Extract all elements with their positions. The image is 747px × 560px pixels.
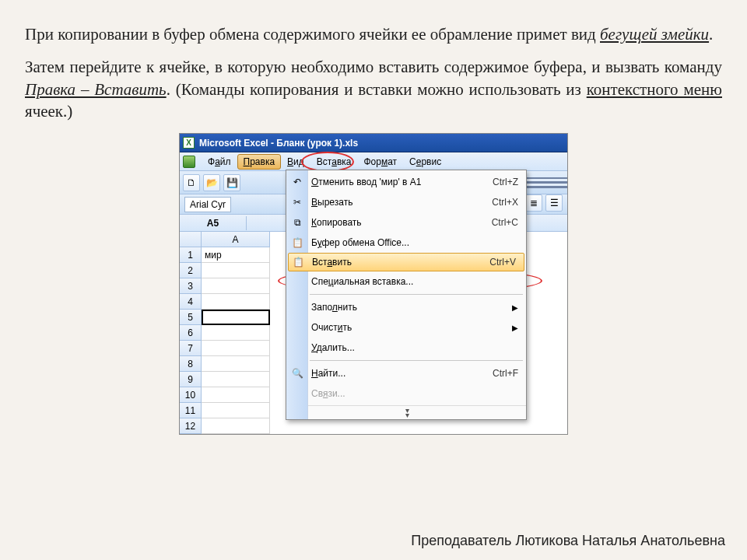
- row-header[interactable]: 10: [180, 387, 202, 403]
- menu-item[interactable]: Специальная вставка...: [286, 271, 526, 292]
- submenu-arrow-icon: ▶: [512, 303, 518, 312]
- cell[interactable]: мир: [202, 247, 270, 263]
- menu-separator: [310, 294, 523, 295]
- menu-item[interactable]: Очистить▶: [286, 317, 526, 338]
- paragraph-1: При копировании в буфер обмена содержимо…: [25, 23, 722, 45]
- font-selector[interactable]: Arial Cyr: [184, 197, 231, 212]
- menu-item-shortcut: Ctrl+V: [489, 257, 516, 268]
- doc-icon: [183, 156, 195, 168]
- menu-item-icon: ✂: [289, 194, 305, 210]
- menu-item-shortcut: Ctrl+X: [492, 197, 518, 208]
- cell[interactable]: [202, 341, 270, 356]
- excel-titlebar: X Microsoft Excel - Бланк (урок 1).xls: [180, 134, 567, 152]
- text: При копировании в буфер обмена содержимо…: [25, 25, 600, 44]
- submenu-arrow-icon: ▶: [512, 324, 518, 332]
- cell[interactable]: [202, 310, 270, 325]
- dropdown-expand-chevron[interactable]: ▾▾: [286, 405, 526, 419]
- term-edit-paste: Правка – Вставить: [25, 80, 167, 99]
- cell[interactable]: [202, 263, 270, 278]
- menu-item[interactable]: ✂ВырезатьCtrl+X: [286, 192, 526, 212]
- menu-item-icon: 🔍: [289, 366, 305, 381]
- row-header[interactable]: 5: [180, 310, 202, 325]
- save-icon[interactable]: 💾: [223, 174, 240, 191]
- menu-item[interactable]: Удалить...: [286, 338, 526, 358]
- menu-separator: [310, 360, 523, 361]
- cell[interactable]: [202, 418, 270, 434]
- menu-item-icon: [289, 274, 305, 289]
- cell[interactable]: [202, 372, 270, 387]
- align-icons: ≣ ☰: [525, 194, 563, 212]
- row-header[interactable]: 7: [180, 341, 202, 356]
- menu-view[interactable]: Вид: [281, 154, 310, 170]
- row-header[interactable]: 1: [180, 247, 202, 263]
- window-title: Microsoft Excel - Бланк (урок 1).xls: [199, 138, 358, 149]
- menu-item-icon: 📋: [290, 254, 306, 270]
- row-header[interactable]: 3: [180, 278, 202, 294]
- menu-item[interactable]: ↶Отменить ввод 'мир' в A1Ctrl+Z: [286, 172, 526, 192]
- cell[interactable]: [202, 325, 270, 341]
- row-header[interactable]: 6: [180, 325, 202, 341]
- menu-item-icon: [289, 320, 305, 335]
- menu-item[interactable]: ⧉КопироватьCtrl+C: [286, 212, 526, 233]
- menu-item-icon: 📋: [289, 235, 305, 250]
- term-context-menu: контекстного меню: [587, 80, 722, 99]
- new-doc-icon[interactable]: 🗋: [183, 174, 200, 191]
- menu-item-icon: ⧉: [289, 215, 305, 230]
- menu-item-shortcut: Ctrl+C: [492, 217, 518, 228]
- term-running-snake: бегущей змейки: [600, 25, 709, 44]
- menu-edit[interactable]: Правка: [237, 154, 282, 170]
- menu-file[interactable]: Файл: [202, 154, 237, 170]
- menu-item-icon: [289, 386, 305, 401]
- menu-item[interactable]: 📋ВставитьCtrl+V: [288, 253, 524, 271]
- align-center-icon[interactable]: ☰: [545, 194, 563, 212]
- menu-item-icon: [289, 299, 305, 315]
- menubar: Файл Правка Вид Вставка Формат Сервис: [180, 152, 567, 171]
- excel-app-icon: X: [183, 137, 195, 149]
- text: . (Команды копирования и вставки можно и…: [167, 80, 587, 99]
- menu-item-label: Специальная вставка...: [311, 276, 413, 287]
- cell[interactable]: [202, 387, 270, 403]
- row-header[interactable]: 9: [180, 372, 202, 387]
- menu-item-label: Вырезать: [311, 197, 352, 208]
- sheet-corner[interactable]: [180, 232, 202, 247]
- menu-insert[interactable]: Вставка: [310, 154, 358, 170]
- excel-screenshot: X Microsoft Excel - Бланк (урок 1).xls Ф…: [179, 133, 568, 435]
- menu-item-label: Вставить: [312, 257, 352, 268]
- row-header[interactable]: 2: [180, 263, 202, 278]
- paragraph-2: Затем перейдите к ячейке, в которую необ…: [25, 56, 722, 122]
- menu-item[interactable]: Заполнить▶: [286, 297, 526, 317]
- cell[interactable]: [202, 356, 270, 372]
- row-header[interactable]: 11: [180, 403, 202, 418]
- row-header[interactable]: 4: [180, 294, 202, 310]
- menu-item-label: Заполнить: [311, 302, 357, 313]
- menu-item-shortcut: Ctrl+Z: [493, 177, 518, 187]
- cell[interactable]: [202, 278, 270, 294]
- menu-item-label: Найти...: [311, 368, 345, 379]
- menu-format[interactable]: Формат: [357, 154, 403, 170]
- menu-item[interactable]: 📋Буфер обмена Office...: [286, 233, 526, 253]
- menu-item-label: Очистить: [311, 322, 352, 333]
- menu-item-shortcut: Ctrl+F: [493, 368, 518, 379]
- menu-item-label: Отменить ввод 'мир' в A1: [311, 177, 421, 187]
- edit-dropdown-menu: ↶Отменить ввод 'мир' в A1Ctrl+Z✂Вырезать…: [286, 170, 527, 420]
- col-header-a[interactable]: A: [202, 232, 270, 247]
- menu-item-icon: [289, 340, 305, 355]
- text: ячеек.): [25, 102, 72, 121]
- row-header[interactable]: 12: [180, 418, 202, 434]
- slide-footer-author: Преподаватель Лютикова Наталья Анатольев…: [411, 533, 725, 549]
- align-justify-icon[interactable]: ≣: [525, 194, 542, 212]
- name-box[interactable]: A5: [180, 216, 247, 230]
- menu-item-icon: ↶: [289, 174, 305, 190]
- menu-service[interactable]: Сервис: [403, 154, 447, 170]
- row-header[interactable]: 8: [180, 356, 202, 372]
- cell[interactable]: [202, 403, 270, 418]
- menu-item-label: Связи...: [311, 388, 345, 399]
- text: Затем перейдите к ячейке, в которую необ…: [25, 58, 722, 76]
- menu-item-label: Удалить...: [311, 342, 355, 353]
- open-icon[interactable]: 📂: [203, 174, 220, 191]
- cell[interactable]: [202, 294, 270, 310]
- menu-item-label: Копировать: [311, 217, 362, 228]
- menu-item-label: Буфер обмена Office...: [311, 237, 409, 248]
- menu-item[interactable]: 🔍Найти...Ctrl+F: [286, 363, 526, 383]
- text: .: [709, 25, 713, 44]
